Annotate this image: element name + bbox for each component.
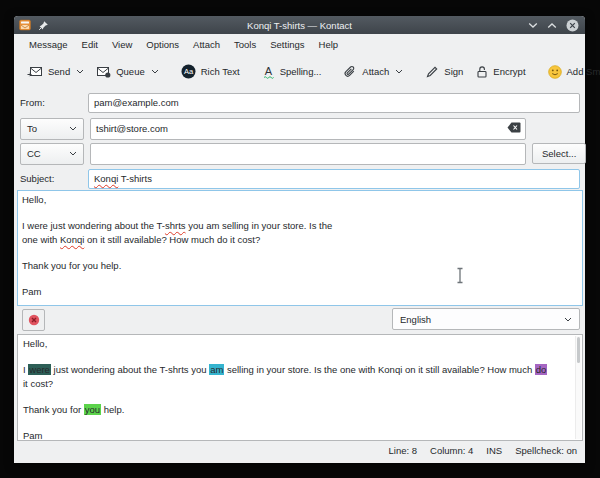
menu-edit[interactable]: Edit [75, 36, 105, 53]
chevron-down-icon [69, 151, 77, 156]
chevron-down-icon [76, 69, 84, 74]
add-smiley-button[interactable]: Add Smiley [542, 60, 600, 84]
close-button[interactable] [566, 19, 579, 32]
menu-settings[interactable]: Settings [263, 36, 311, 53]
svg-text:A: A [264, 65, 272, 77]
window-title: Konqi T-shirts — Kontact [14, 20, 585, 31]
chevron-down-icon [69, 126, 77, 131]
encrypt-button[interactable]: Encrypt [469, 60, 531, 84]
from-input[interactable]: pam@example.com [88, 93, 580, 113]
smiley-icon [548, 65, 562, 79]
encrypt-icon [475, 65, 488, 79]
grammar-issue-highlight[interactable]: do [535, 364, 548, 375]
body-line: Thank you for you help. [22, 259, 578, 272]
to-type-dropdown[interactable]: To [20, 118, 84, 140]
sign-button[interactable]: Sign [419, 60, 469, 84]
subject-label: Subject: [20, 173, 88, 184]
minimize-icon[interactable] [528, 22, 538, 29]
menu-help[interactable]: Help [312, 36, 346, 53]
maximize-icon[interactable] [547, 22, 557, 29]
chevron-down-icon [564, 317, 572, 322]
misspelled-word: shrts [165, 220, 186, 231]
grammar-issue-highlight[interactable]: you [84, 404, 101, 415]
grammar-line: it cost? [23, 377, 577, 390]
menu-options[interactable]: Options [139, 36, 186, 53]
from-row: From: pam@example.com [20, 93, 580, 112]
pin-icon[interactable] [38, 20, 49, 31]
to-input[interactable]: tshirt@store.com [90, 118, 526, 140]
chevron-down-icon [151, 69, 159, 74]
send-button[interactable]: Send [21, 60, 90, 83]
menu-tools[interactable]: Tools [227, 36, 263, 53]
kontact-app-icon [19, 19, 31, 31]
close-red-icon [28, 314, 40, 326]
body-line: I were just wondering about the T-shrts … [22, 219, 578, 232]
menu-view[interactable]: View [105, 36, 139, 53]
misspelled-word: Konqi [60, 234, 84, 245]
clear-field-icon[interactable] [507, 122, 521, 133]
scrollbar[interactable] [575, 336, 581, 439]
grammar-line: Thank you for you help. [23, 403, 577, 416]
kontact-composer-window: Konqi T-shirts — Kontact [14, 16, 585, 463]
grammar-line: Hello, [23, 337, 577, 350]
spelling-icon: A [262, 65, 275, 79]
body-line: Pam [22, 285, 578, 298]
subject-row: Subject: Konqi T-shirts [20, 169, 580, 188]
attach-button[interactable]: Attach [337, 60, 409, 84]
to-row: To tshirt@store.com [20, 118, 580, 139]
attach-icon [343, 65, 357, 79]
body-line: one with Konqi on it still available? Ho… [22, 233, 578, 246]
close-grammar-check-button[interactable] [22, 309, 45, 331]
spelling-button[interactable]: A Spelling... [256, 60, 328, 84]
cc-input[interactable] [90, 143, 526, 165]
rich-text-button[interactable]: Aa Rich Text [175, 59, 246, 84]
cc-row: CC Select... [20, 143, 580, 164]
select-recipients-button[interactable]: Select... [532, 143, 586, 164]
send-icon [27, 65, 43, 78]
cc-type-dropdown[interactable]: CC [20, 143, 84, 165]
from-label: From: [20, 97, 88, 108]
body-line: Hello, [22, 193, 578, 206]
misspelled-word: Konqi [94, 173, 118, 184]
svg-text:Aa: Aa [184, 67, 194, 76]
status-bar: Line: 8 Column: 4 INS Spellcheck: on [14, 437, 585, 463]
grammar-issue-highlight[interactable]: am [209, 364, 224, 375]
sign-icon [425, 65, 439, 79]
toolbar: Send Queue Aa [14, 55, 585, 88]
message-body-editor[interactable]: Hello, I were just wondering about the T… [17, 190, 583, 306]
chevron-down-icon [395, 69, 403, 74]
status-insert-mode: INS [486, 445, 502, 456]
menu-bar: Message Edit View Options Attach Tools S… [14, 34, 585, 55]
grammar-issue-highlight[interactable]: were [28, 364, 51, 375]
rich-text-icon: Aa [181, 64, 196, 79]
grammar-line: I were just wondering about the T-shrts … [23, 363, 577, 376]
status-line: Line: 8 [389, 445, 418, 456]
grammar-toolbar: English [14, 305, 585, 332]
status-spellcheck: Spellcheck: on [515, 445, 577, 456]
language-dropdown[interactable]: English [392, 308, 580, 330]
queue-button[interactable]: Queue [90, 60, 165, 83]
mouse-cursor-ibeam [455, 267, 465, 284]
queue-icon [96, 65, 111, 78]
subject-input[interactable]: Konqi T-shirts [88, 169, 580, 189]
menu-attach[interactable]: Attach [186, 36, 227, 53]
menu-message[interactable]: Message [22, 36, 75, 53]
titlebar[interactable]: Konqi T-shirts — Kontact [14, 16, 585, 34]
grammar-result-panel: Hello, I were just wondering about the T… [17, 334, 583, 441]
status-column: Column: 4 [430, 445, 473, 456]
scrollbar-thumb[interactable] [577, 337, 580, 363]
